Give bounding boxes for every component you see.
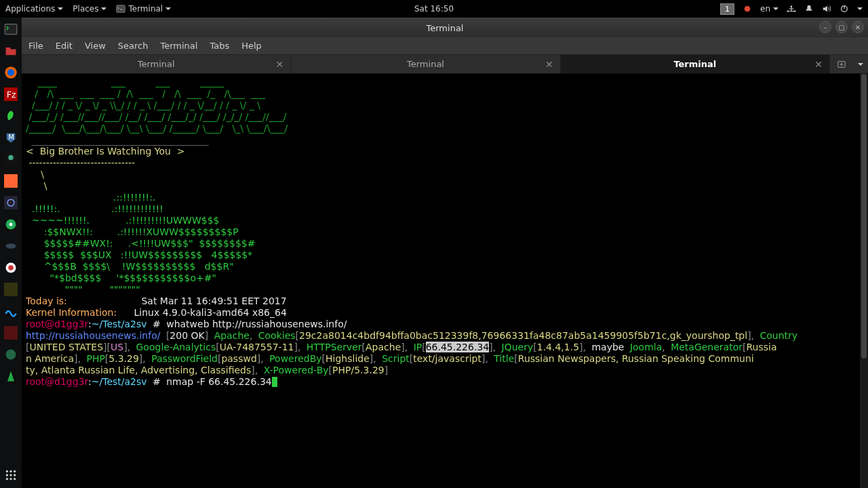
svg-point-9: [7, 69, 14, 76]
tab-1[interactable]: Terminal ✕: [22, 55, 291, 73]
chevron-down-icon: [101, 7, 106, 10]
dock-wireshark[interactable]: [2, 302, 20, 320]
svg-point-34: [14, 478, 16, 480]
svg-point-1: [745, 6, 751, 12]
svg-point-29: [6, 474, 8, 476]
cmd-nmap: nmap -F 66.45.226.34: [166, 376, 272, 387]
close-icon[interactable]: ✕: [814, 59, 823, 70]
menu-search[interactable]: Search: [118, 41, 149, 51]
terminal-viewport[interactable]: ____ ___ ___ _____ / /\ ___ ___ ___ / /\…: [22, 74, 868, 488]
menu-tabs[interactable]: Tabs: [210, 41, 229, 51]
dock-firefox[interactable]: [2, 64, 20, 81]
volume-icon[interactable]: [822, 4, 831, 14]
prompt-path: ~/Test/a2sv: [92, 376, 147, 387]
close-icon[interactable]: ✕: [545, 59, 553, 70]
tab-overflow-button[interactable]: [853, 55, 868, 73]
notification-icon[interactable]: [804, 4, 814, 14]
svg-point-14: [8, 155, 14, 161]
scrollbar-thumb[interactable]: [861, 74, 867, 359]
dock-tool-1[interactable]: [2, 194, 20, 211]
clock-text: Sat 16:50: [414, 4, 454, 14]
chevron-down-icon: [773, 7, 778, 10]
dock-ettercap[interactable]: [2, 237, 20, 255]
svg-point-2: [787, 10, 789, 12]
dock-metasploit[interactable]: M: [2, 129, 20, 146]
dock-zenmap[interactable]: [2, 216, 20, 233]
close-icon[interactable]: ✕: [276, 59, 284, 70]
svg-point-25: [6, 350, 16, 360]
svg-rect-16: [4, 196, 18, 209]
menubar: File Edit View Search Terminal Tabs Help: [22, 37, 868, 55]
dock-files[interactable]: [2, 42, 20, 60]
terminal-icon: [116, 4, 125, 14]
maximize-button[interactable]: ▢: [835, 21, 848, 33]
prompt-user: root@d1gg3r: [26, 376, 88, 387]
menu-help[interactable]: Help: [241, 41, 262, 51]
menu-view[interactable]: View: [85, 41, 106, 51]
tab-3[interactable]: Terminal ✕: [561, 55, 830, 73]
record-icon[interactable]: [743, 4, 752, 14]
window-title: Terminal: [427, 23, 464, 33]
svg-text:Fz: Fz: [7, 89, 16, 100]
svg-rect-0: [117, 5, 125, 13]
network-icon[interactable]: [787, 4, 796, 14]
keyboard-layout[interactable]: en: [760, 4, 778, 14]
svg-point-33: [9, 478, 12, 480]
today-value: Sat Mar 11 16:49:51 EET 2017: [141, 296, 286, 306]
svg-point-27: [9, 470, 12, 472]
svg-rect-7: [5, 24, 17, 35]
chevron-down-icon: [165, 7, 171, 10]
menu-file[interactable]: File: [28, 41, 43, 51]
applications-menu[interactable]: Applications: [5, 4, 63, 14]
tab-2[interactable]: Terminal ✕: [291, 55, 560, 73]
dock-filezilla[interactable]: Fz: [2, 85, 20, 103]
scrollbar[interactable]: [860, 74, 868, 488]
places-label: Places: [73, 4, 98, 14]
kernel-value: Linux 4.9.0-kali3-amd64 x86_64: [134, 307, 287, 318]
dock-tool-4[interactable]: [2, 346, 20, 363]
svg-point-22: [8, 265, 14, 270]
dock-tool-2[interactable]: [2, 281, 20, 298]
dock-armitage[interactable]: [2, 150, 20, 168]
clock[interactable]: Sat 16:50: [414, 4, 454, 14]
active-app-menu[interactable]: Terminal: [116, 4, 171, 14]
chevron-down-icon: [858, 63, 863, 66]
svg-rect-24: [4, 326, 18, 340]
svg-point-20: [6, 243, 16, 249]
chevron-down-icon: [857, 7, 863, 10]
menu-edit[interactable]: Edit: [56, 41, 73, 51]
ip-highlight: 66.45.226.34: [426, 342, 490, 352]
power-icon[interactable]: [840, 4, 849, 14]
svg-point-26: [6, 470, 8, 472]
dock-terminal[interactable]: [2, 20, 20, 38]
show-applications[interactable]: [2, 466, 20, 484]
dock-burpsuite[interactable]: [2, 172, 20, 190]
terminal-output: ____ ___ ___ _____ / /\ ___ ___ ___ / /\…: [22, 74, 868, 390]
dock-tool-3[interactable]: [2, 324, 20, 342]
motd-banner: < Big Brother Is Watching You >: [26, 146, 185, 157]
svg-rect-23: [4, 283, 18, 296]
dock-maltego[interactable]: [2, 259, 20, 277]
svg-point-3: [794, 10, 795, 12]
places-menu[interactable]: Places: [73, 4, 106, 14]
ww-url: http://russiahousenews.info/: [26, 330, 160, 341]
terminal-window: Terminal – ▢ ✕ File Edit View Search Ter…: [22, 18, 868, 488]
titlebar[interactable]: Terminal – ▢ ✕: [22, 18, 868, 37]
tabbar: Terminal ✕ Terminal ✕ Terminal ✕: [22, 55, 868, 74]
dock-leafpad[interactable]: [2, 107, 20, 125]
motd-dashes: -------------------------------: [26, 157, 135, 168]
prompt-user: root@d1gg3r: [26, 319, 88, 329]
workspace-indicator[interactable]: 1: [720, 3, 734, 15]
close-button[interactable]: ✕: [852, 21, 864, 33]
active-app-label: Terminal: [128, 4, 163, 14]
menu-terminal[interactable]: Terminal: [160, 41, 197, 51]
svg-point-19: [9, 223, 13, 226]
svg-text:M: M: [8, 134, 14, 141]
minimize-button[interactable]: –: [819, 21, 831, 33]
dock-tool-5[interactable]: [2, 367, 20, 385]
svg-point-30: [9, 474, 12, 476]
tab-label: Terminal: [138, 59, 175, 69]
dock: Fz M: [0, 18, 22, 488]
new-tab-button[interactable]: [830, 55, 853, 73]
lang-label: en: [760, 4, 770, 14]
